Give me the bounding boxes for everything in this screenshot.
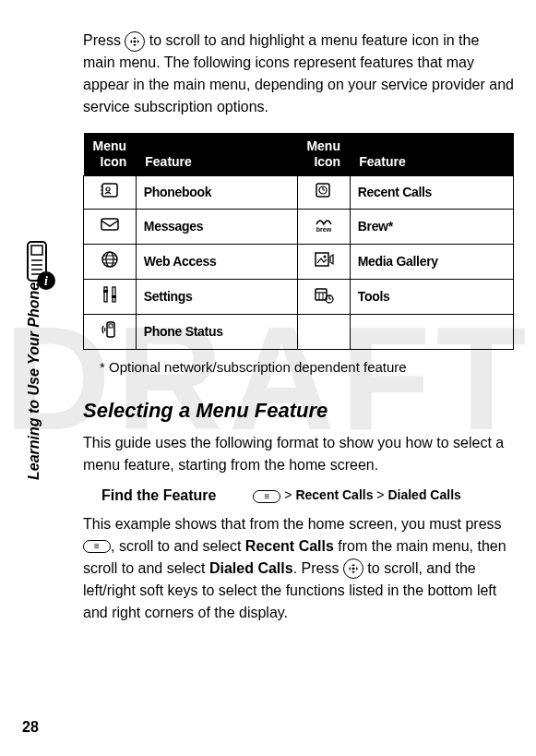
empty-cell — [350, 314, 513, 349]
feature-label: Tools — [350, 279, 513, 314]
example-paragraph: This example shows that from the home sc… — [83, 513, 514, 624]
header-menu-icon-1: MenuIcon — [84, 133, 137, 175]
header-feature-1: Feature — [136, 133, 297, 175]
feature-label: Web Access — [136, 244, 297, 279]
svg-rect-28 — [103, 290, 108, 293]
svg-point-10 — [106, 187, 110, 191]
intro-paragraph: Press to scroll to and highlight a menu … — [83, 30, 514, 118]
feature-label: Settings — [136, 279, 297, 314]
svg-point-26 — [323, 255, 326, 258]
feature-label: Phone Status — [136, 314, 297, 349]
svg-rect-29 — [113, 287, 115, 302]
section-heading: Selecting a Menu Feature — [83, 399, 514, 423]
feature-label: Media Gallery — [350, 244, 513, 279]
svg-rect-27 — [104, 287, 107, 302]
table-row: Phonebook Recent Calls — [84, 175, 514, 209]
media-gallery-icon — [297, 244, 350, 279]
web-access-icon — [84, 244, 137, 279]
table-row: Phone Status — [84, 314, 514, 349]
tools-icon — [297, 279, 350, 314]
table-footnote: * Optional network/subscription dependen… — [100, 359, 514, 375]
feature-label: Phonebook — [136, 175, 297, 209]
settings-icon — [84, 279, 137, 314]
feature-label: Brew* — [350, 209, 513, 244]
nav-key-icon — [125, 31, 145, 52]
svg-point-40 — [351, 568, 354, 570]
table-row: Settings Tools — [84, 279, 514, 314]
menu-key-icon — [253, 490, 280, 503]
feature-label: Messages — [136, 209, 297, 244]
svg-rect-1 — [31, 246, 42, 255]
nav-key-icon — [343, 558, 363, 579]
svg-rect-31 — [316, 289, 327, 300]
find-feature-path: > Recent Calls > Dialed Calls — [253, 487, 460, 502]
menu-features-table: MenuIcon Feature MenuIcon Feature Phoneb… — [83, 133, 514, 350]
svg-text:brew: brew — [316, 226, 332, 233]
phonebook-icon — [84, 175, 137, 209]
svg-rect-18 — [101, 219, 118, 230]
svg-rect-39 — [109, 324, 113, 328]
table-row: Web Access Media Gallery — [84, 244, 514, 279]
find-feature-row: Find the Feature > Recent Calls > Dialed… — [101, 487, 514, 504]
messages-icon — [84, 209, 137, 244]
header-menu-icon-2: MenuIcon — [297, 133, 350, 175]
phone-status-icon — [84, 314, 137, 349]
find-the-feature-label: Find the Feature — [101, 487, 216, 504]
page-content: Press to scroll to and highlight a menu … — [0, 0, 536, 655]
svg-text:i: i — [44, 274, 48, 288]
phone-info-icon: i — [18, 240, 59, 295]
table-header-row: MenuIcon Feature MenuIcon Feature — [84, 133, 514, 175]
feature-label: Recent Calls — [350, 175, 513, 209]
header-feature-2: Feature — [350, 133, 513, 175]
svg-rect-30 — [112, 295, 116, 298]
intro-text-post: to scroll to and highlight a menu featur… — [83, 32, 514, 114]
page-number: 28 — [22, 719, 39, 736]
brew-icon: brew — [297, 209, 350, 244]
intro-text-pre: Press — [83, 32, 125, 48]
svg-point-8 — [134, 40, 137, 42]
table-row: Messages brew Brew* — [84, 209, 514, 244]
guide-intro-paragraph: This guide uses the following format to … — [83, 432, 514, 476]
recent-calls-icon — [297, 175, 350, 209]
empty-cell — [297, 314, 350, 349]
menu-key-icon — [83, 540, 111, 553]
